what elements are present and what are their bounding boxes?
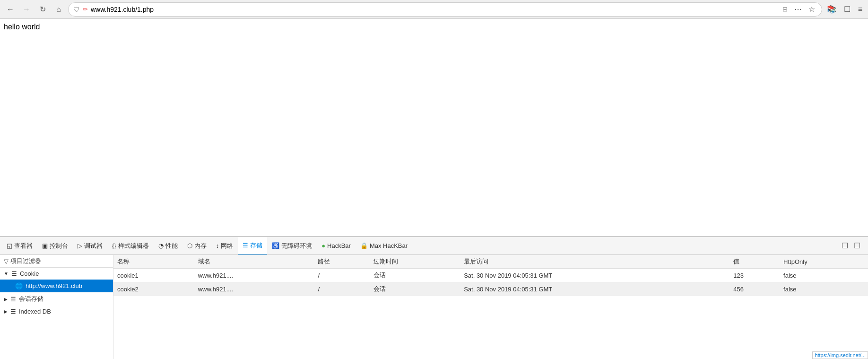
inspector-icon: ◱ (7, 242, 12, 249)
cookie-group-label: Cookie (20, 270, 39, 277)
col-domain: 域名 (194, 255, 314, 269)
page-text: hello world (4, 23, 40, 31)
devtools-layout-icon[interactable]: ☐ (840, 240, 850, 251)
library-icon[interactable]: 📚 (825, 4, 838, 15)
cell-last-access: Sat, 30 Nov 2019 04:05:31 GMT (460, 269, 729, 282)
indexed-db-group[interactable]: ▶ ☰ Indexed DB (0, 306, 113, 317)
tab-inspector[interactable]: ◱ 查看器 (2, 237, 37, 255)
console-icon: ▣ (42, 242, 48, 249)
cookie-group[interactable]: ▼ ☰ Cookie (0, 268, 113, 280)
chevron-right-icon: ▶ (4, 297, 8, 302)
indexed-db-icon: ☰ (10, 308, 16, 315)
devtools-tab-bar: ◱ 查看器 ▣ 控制台 ▷ 调试器 {} 样式编辑器 ◔ 性能 ⬡ 内存 ↕ 网… (0, 237, 868, 255)
table-row[interactable]: cookie2 www.h921.... / 会话 Sat, 30 Nov 20… (113, 282, 868, 296)
grid-icon[interactable]: ⊞ (781, 5, 790, 14)
filter-icon: ▽ (4, 258, 9, 265)
style-editor-icon: {} (112, 242, 116, 249)
storage-table: 名称 域名 路径 过期时间 最后访问 值 HttpOnly cookie1 ww… (113, 255, 868, 296)
session-storage-label: 会话存储 (19, 295, 43, 303)
cell-http-only: false (780, 282, 868, 296)
cell-path: / (314, 282, 370, 296)
tab-style-editor-label: 样式编辑器 (118, 242, 149, 250)
accessibility-icon: ♿ (272, 242, 279, 249)
bookmark-icon[interactable]: ☆ (807, 4, 817, 15)
tab-hackbar[interactable]: ● HackBar (317, 237, 356, 255)
tab-console[interactable]: ▣ 控制台 (37, 237, 73, 255)
more-icon[interactable]: ⋯ (792, 4, 804, 15)
home-button[interactable]: ⌂ (52, 3, 65, 16)
back-button[interactable]: ← (4, 3, 17, 16)
tab-console-label: 控制台 (50, 242, 68, 250)
devtools-close-icon[interactable]: ☐ (852, 240, 862, 251)
browser-toolbar: ← → ↻ ⌂ 🛡 ✏ ⊞ ⋯ ☆ 📚 ☐ ≡ (0, 0, 868, 19)
filter-label: 项目过滤器 (10, 257, 41, 265)
chevron-right-icon-2: ▶ (4, 309, 8, 314)
tab-style-editor[interactable]: {} 样式编辑器 (107, 237, 154, 255)
sidebar-item-h921-label: http://www.h921.club (26, 282, 82, 289)
cell-value: 123 (729, 269, 780, 282)
url-input[interactable] (91, 6, 778, 13)
sidebar-item-h921[interactable]: 🌐 http://www.h921.club (0, 280, 113, 292)
tab-performance-label: 性能 (165, 242, 178, 250)
storage-icon: ☰ (243, 242, 248, 249)
cell-value: 456 (729, 282, 780, 296)
globe-icon: 🌐 (15, 282, 23, 289)
session-storage-group[interactable]: ▶ ☰ 会话存储 (0, 292, 113, 306)
cell-path: / (314, 269, 370, 282)
menu-icon[interactable]: ≡ (856, 4, 864, 15)
devtools-side-icons: ☐ ☐ (840, 240, 866, 251)
cell-last-access: Sat, 30 Nov 2019 04:05:31 GMT (460, 282, 729, 296)
filter-bar: ▽ 项目过滤器 (0, 255, 113, 268)
browser-right-icons: 📚 ☐ ≡ (825, 4, 864, 15)
tab-inspector-label: 查看器 (14, 242, 33, 250)
tab-memory[interactable]: ⬡ 内存 (182, 237, 211, 255)
debugger-icon: ▷ (78, 242, 82, 249)
memory-icon: ⬡ (187, 242, 192, 249)
cell-http-only: false (780, 269, 868, 282)
col-path: 路径 (314, 255, 370, 269)
page-content: hello world (0, 19, 868, 236)
tab-storage[interactable]: ☰ 存储 (238, 237, 267, 255)
shield-icon: 🛡 (73, 6, 80, 13)
chevron-down-icon: ▼ (4, 271, 9, 276)
status-hint: https://img.sedir.net/... (812, 351, 868, 359)
devtools-body: ▽ 项目过滤器 ▼ ☰ Cookie 🌐 http://www.h921.clu… (0, 255, 868, 359)
network-icon: ↕ (216, 242, 219, 249)
tab-debugger[interactable]: ▷ 调试器 (73, 237, 107, 255)
col-http-only: HttpOnly (780, 255, 868, 269)
tab-hackbar-label: HackBar (327, 242, 351, 249)
performance-icon: ◔ (158, 242, 164, 249)
devtools-sidebar: ▽ 项目过滤器 ▼ ☰ Cookie 🌐 http://www.h921.clu… (0, 255, 113, 359)
hackbar-icon: ● (321, 242, 325, 249)
indexed-db-label: Indexed DB (19, 308, 51, 315)
col-name: 名称 (113, 255, 194, 269)
tab-accessibility-label: 无障碍环境 (281, 242, 312, 250)
col-last-access: 最后访问 (460, 255, 729, 269)
tab-network-label: 网络 (221, 242, 233, 250)
max-hackbar-icon: 🔒 (360, 242, 368, 249)
cell-name: cookie2 (113, 282, 194, 296)
address-bar: 🛡 ✏ ⊞ ⋯ ☆ (68, 2, 822, 17)
session-storage-icon: ☰ (10, 296, 16, 303)
cell-name: cookie1 (113, 269, 194, 282)
cell-expiry: 会话 (370, 282, 460, 296)
tab-performance[interactable]: ◔ 性能 (154, 237, 182, 255)
tab-memory-label: 内存 (194, 242, 207, 250)
cell-expiry: 会话 (370, 269, 460, 282)
tab-network[interactable]: ↕ 网络 (211, 237, 238, 255)
tab-max-hackbar[interactable]: 🔒 Max HacKBar (356, 237, 412, 255)
table-wrap: 名称 域名 路径 过期时间 最后访问 值 HttpOnly cookie1 ww… (113, 255, 868, 359)
tab-max-hackbar-label: Max HacKBar (370, 242, 408, 249)
cell-domain: www.h921.... (194, 269, 314, 282)
tab-storage-label: 存储 (250, 241, 262, 250)
devtools-main: 名称 域名 路径 过期时间 最后访问 值 HttpOnly cookie1 ww… (113, 255, 868, 359)
forward-button[interactable]: → (20, 3, 33, 16)
tab-accessibility[interactable]: ♿ 无障碍环境 (267, 237, 317, 255)
devtools-panel: ◱ 查看器 ▣ 控制台 ▷ 调试器 {} 样式编辑器 ◔ 性能 ⬡ 内存 ↕ 网… (0, 236, 868, 359)
sidebar-toggle-icon[interactable]: ☐ (842, 4, 852, 15)
tab-debugger-label: 调试器 (84, 242, 103, 250)
table-row[interactable]: cookie1 www.h921.... / 会话 Sat, 30 Nov 20… (113, 269, 868, 282)
cookie-group-icon: ☰ (11, 270, 17, 277)
reload-button[interactable]: ↻ (36, 3, 49, 16)
cell-domain: www.h921.... (194, 282, 314, 296)
